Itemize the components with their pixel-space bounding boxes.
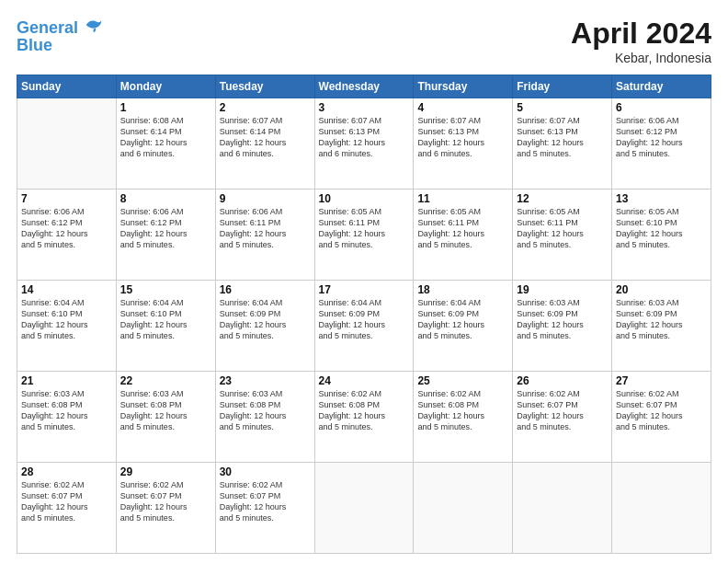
cell-w2-d5: 11Sunrise: 6:05 AM Sunset: 6:11 PM Dayli… <box>414 190 513 281</box>
cell-w2-d7: 13Sunrise: 6:05 AM Sunset: 6:10 PM Dayli… <box>612 190 711 281</box>
day-number: 24 <box>319 374 410 387</box>
cell-info: Sunrise: 6:02 AM Sunset: 6:08 PM Dayligh… <box>417 388 508 433</box>
logo-bird-icon <box>85 17 103 33</box>
calendar-header-row: Sunday Monday Tuesday Wednesday Thursday… <box>17 75 711 98</box>
cell-info: Sunrise: 6:03 AM Sunset: 6:09 PM Dayligh… <box>517 297 608 342</box>
cell-info: Sunrise: 6:08 AM Sunset: 6:14 PM Dayligh… <box>120 115 211 160</box>
day-number: 28 <box>21 465 112 478</box>
day-number: 18 <box>417 283 508 296</box>
cell-info: Sunrise: 6:07 AM Sunset: 6:13 PM Dayligh… <box>417 115 508 160</box>
cell-info: Sunrise: 6:03 AM Sunset: 6:08 PM Dayligh… <box>21 388 112 433</box>
cell-w2-d2: 8Sunrise: 6:06 AM Sunset: 6:12 PM Daylig… <box>116 190 215 281</box>
cell-w5-d1: 28Sunrise: 6:02 AM Sunset: 6:07 PM Dayli… <box>17 463 117 554</box>
day-number: 29 <box>120 465 211 478</box>
day-number: 23 <box>220 374 311 387</box>
day-number: 5 <box>517 101 608 114</box>
cell-w3-d4: 17Sunrise: 6:04 AM Sunset: 6:09 PM Dayli… <box>314 281 414 372</box>
cell-w4-d4: 24Sunrise: 6:02 AM Sunset: 6:08 PM Dayli… <box>314 372 414 463</box>
cell-w2-d1: 7Sunrise: 6:06 AM Sunset: 6:12 PM Daylig… <box>17 190 117 281</box>
day-number: 10 <box>319 192 410 205</box>
day-number: 22 <box>120 374 211 387</box>
day-number: 3 <box>319 101 410 114</box>
day-number: 2 <box>220 101 311 114</box>
calendar-table: Sunday Monday Tuesday Wednesday Thursday… <box>17 75 711 554</box>
cell-info: Sunrise: 6:04 AM Sunset: 6:10 PM Dayligh… <box>120 297 211 342</box>
week-row-3: 14Sunrise: 6:04 AM Sunset: 6:10 PM Dayli… <box>17 281 711 372</box>
day-number: 8 <box>120 192 211 205</box>
calendar-body: 1Sunrise: 6:08 AM Sunset: 6:14 PM Daylig… <box>17 98 711 554</box>
col-sunday: Sunday <box>17 75 117 98</box>
cell-w5-d6 <box>513 463 612 554</box>
title-block: April 2024 Kebar, Indonesia <box>571 17 711 65</box>
cell-info: Sunrise: 6:04 AM Sunset: 6:09 PM Dayligh… <box>417 297 508 342</box>
cell-info: Sunrise: 6:03 AM Sunset: 6:08 PM Dayligh… <box>120 388 211 433</box>
cell-w2-d3: 9Sunrise: 6:06 AM Sunset: 6:11 PM Daylig… <box>215 190 314 281</box>
cell-info: Sunrise: 6:07 AM Sunset: 6:13 PM Dayligh… <box>319 115 410 160</box>
cell-w4-d7: 27Sunrise: 6:02 AM Sunset: 6:07 PM Dayli… <box>612 372 711 463</box>
cell-info: Sunrise: 6:04 AM Sunset: 6:09 PM Dayligh… <box>220 297 311 342</box>
cell-w1-d1 <box>17 98 117 190</box>
day-number: 14 <box>21 283 112 296</box>
day-number: 30 <box>220 465 311 478</box>
day-number: 13 <box>616 192 707 205</box>
week-row-1: 1Sunrise: 6:08 AM Sunset: 6:14 PM Daylig… <box>17 98 711 190</box>
cell-w3-d6: 19Sunrise: 6:03 AM Sunset: 6:09 PM Dayli… <box>513 281 612 372</box>
cell-w3-d2: 15Sunrise: 6:04 AM Sunset: 6:10 PM Dayli… <box>116 281 215 372</box>
cell-w2-d6: 12Sunrise: 6:05 AM Sunset: 6:11 PM Dayli… <box>513 190 612 281</box>
cell-w1-d5: 4Sunrise: 6:07 AM Sunset: 6:13 PM Daylig… <box>414 98 513 190</box>
col-thursday: Thursday <box>414 75 513 98</box>
cell-info: Sunrise: 6:04 AM Sunset: 6:09 PM Dayligh… <box>319 297 410 342</box>
cell-info: Sunrise: 6:02 AM Sunset: 6:07 PM Dayligh… <box>616 388 707 433</box>
cell-w4-d2: 22Sunrise: 6:03 AM Sunset: 6:08 PM Dayli… <box>116 372 215 463</box>
col-monday: Monday <box>116 75 215 98</box>
cell-w1-d6: 5Sunrise: 6:07 AM Sunset: 6:13 PM Daylig… <box>513 98 612 190</box>
cell-info: Sunrise: 6:05 AM Sunset: 6:11 PM Dayligh… <box>319 206 410 251</box>
day-number: 1 <box>120 101 211 114</box>
col-tuesday: Tuesday <box>215 75 314 98</box>
cell-info: Sunrise: 6:05 AM Sunset: 6:11 PM Dayligh… <box>517 206 608 251</box>
cell-w1-d4: 3Sunrise: 6:07 AM Sunset: 6:13 PM Daylig… <box>314 98 414 190</box>
day-number: 7 <box>21 192 112 205</box>
day-number: 25 <box>417 374 508 387</box>
cell-w1-d3: 2Sunrise: 6:07 AM Sunset: 6:14 PM Daylig… <box>215 98 314 190</box>
cell-w3-d3: 16Sunrise: 6:04 AM Sunset: 6:09 PM Dayli… <box>215 281 314 372</box>
day-number: 20 <box>616 283 707 296</box>
cell-w4-d6: 26Sunrise: 6:02 AM Sunset: 6:07 PM Dayli… <box>513 372 612 463</box>
cell-info: Sunrise: 6:06 AM Sunset: 6:12 PM Dayligh… <box>120 206 211 251</box>
day-number: 27 <box>616 374 707 387</box>
cell-w5-d2: 29Sunrise: 6:02 AM Sunset: 6:07 PM Dayli… <box>116 463 215 554</box>
day-number: 11 <box>417 192 508 205</box>
cell-info: Sunrise: 6:06 AM Sunset: 6:11 PM Dayligh… <box>220 206 311 251</box>
cell-w3-d7: 20Sunrise: 6:03 AM Sunset: 6:09 PM Dayli… <box>612 281 711 372</box>
cell-info: Sunrise: 6:02 AM Sunset: 6:07 PM Dayligh… <box>120 479 211 524</box>
cell-w1-d2: 1Sunrise: 6:08 AM Sunset: 6:14 PM Daylig… <box>116 98 215 190</box>
day-number: 17 <box>319 283 410 296</box>
col-friday: Friday <box>513 75 612 98</box>
day-number: 19 <box>517 283 608 296</box>
week-row-2: 7Sunrise: 6:06 AM Sunset: 6:12 PM Daylig… <box>17 190 711 281</box>
day-number: 9 <box>220 192 311 205</box>
day-number: 16 <box>220 283 311 296</box>
logo-blue: Blue <box>17 36 103 55</box>
col-wednesday: Wednesday <box>314 75 414 98</box>
logo-text: General <box>17 17 103 38</box>
col-saturday: Saturday <box>612 75 711 98</box>
cell-info: Sunrise: 6:04 AM Sunset: 6:10 PM Dayligh… <box>21 297 112 342</box>
page: General Blue April 2024 Kebar, Indonesia… <box>0 0 728 563</box>
day-number: 12 <box>517 192 608 205</box>
cell-w4-d3: 23Sunrise: 6:03 AM Sunset: 6:08 PM Dayli… <box>215 372 314 463</box>
cell-w5-d3: 30Sunrise: 6:02 AM Sunset: 6:07 PM Dayli… <box>215 463 314 554</box>
day-number: 21 <box>21 374 112 387</box>
cell-info: Sunrise: 6:02 AM Sunset: 6:08 PM Dayligh… <box>319 388 410 433</box>
cell-w4-d1: 21Sunrise: 6:03 AM Sunset: 6:08 PM Dayli… <box>17 372 117 463</box>
cell-w5-d7 <box>612 463 711 554</box>
cell-w3-d1: 14Sunrise: 6:04 AM Sunset: 6:10 PM Dayli… <box>17 281 117 372</box>
cell-info: Sunrise: 6:03 AM Sunset: 6:09 PM Dayligh… <box>616 297 707 342</box>
cell-info: Sunrise: 6:06 AM Sunset: 6:12 PM Dayligh… <box>616 115 707 160</box>
cell-w5-d5 <box>414 463 513 554</box>
cell-info: Sunrise: 6:03 AM Sunset: 6:08 PM Dayligh… <box>220 388 311 433</box>
day-number: 4 <box>417 101 508 114</box>
location-subtitle: Kebar, Indonesia <box>571 51 711 65</box>
cell-info: Sunrise: 6:02 AM Sunset: 6:07 PM Dayligh… <box>220 479 311 524</box>
week-row-5: 28Sunrise: 6:02 AM Sunset: 6:07 PM Dayli… <box>17 463 711 554</box>
